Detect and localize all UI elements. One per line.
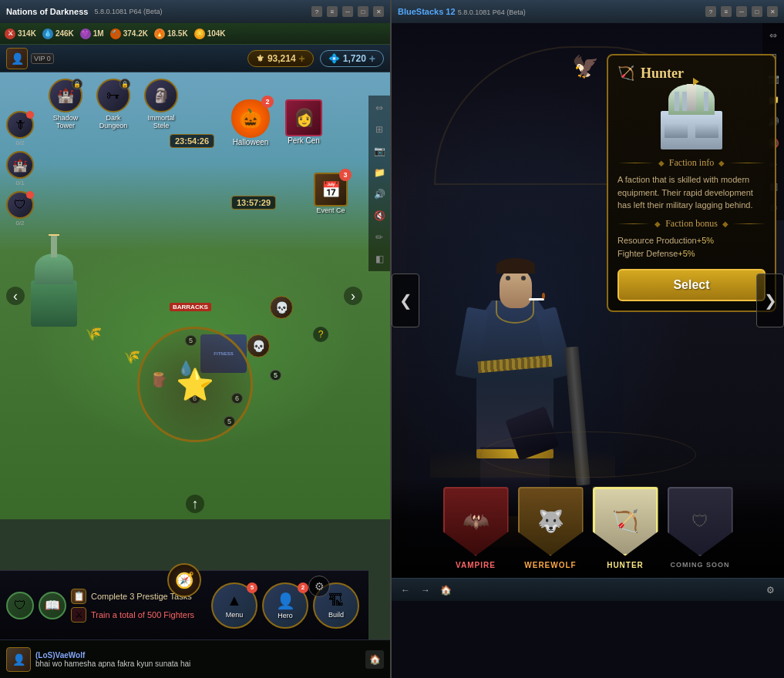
build-btn-icon: 🏗 — [328, 592, 344, 609]
faction-building-art — [661, 92, 722, 149]
right-help-icon[interactable]: ? — [705, 6, 716, 17]
left-menu-icon[interactable]: ≡ — [327, 6, 338, 17]
hunter-shield-icon: 🏹 — [612, 509, 639, 534]
dark-dungeon-icon[interactable]: 🗝 🔒 Dark Dungeon — [94, 79, 133, 129]
right-close-icon[interactable]: ✕ — [767, 6, 778, 17]
right-top-bar: BlueStacks 12 5.8.0.1081 P64 (Beta) ? ≡ … — [392, 0, 784, 23]
tool-arrows-icon[interactable]: ⇔ — [370, 99, 389, 117]
map-nav-down[interactable]: ↑ — [186, 495, 204, 513]
left-close-icon[interactable]: ✕ — [373, 6, 384, 17]
bonus-2-value: +5% — [678, 249, 695, 258]
hunter-shield-label: HUNTER — [607, 561, 644, 569]
tool-layer-icon[interactable]: ◧ — [370, 250, 389, 268]
tool-mute-icon[interactable]: 🔇 — [370, 206, 389, 225]
book-nav-icon[interactable]: 📖 — [39, 592, 66, 619]
tool-layout-icon[interactable]: ⊞ — [370, 120, 389, 139]
home-icon-left[interactable]: 🏠 — [365, 650, 384, 669]
map-nav-right[interactable]: › — [344, 287, 362, 305]
sword-icon: ⚔ — [5, 29, 15, 39]
diamond-plus-icon[interactable]: + — [369, 52, 375, 65]
compass[interactable]: 🧭 — [167, 563, 201, 597]
right-maximize-icon[interactable]: □ — [752, 6, 762, 17]
resources-bar: ⚔ 314K 💧 246K 💜 1M 🔨 374.2K 🔥 18.5K 🪙 10… — [0, 23, 390, 45]
bonus-1-label: Resource Production — [617, 236, 697, 245]
right-back-nav[interactable]: ← — [398, 582, 413, 598]
floor-shadow — [430, 447, 615, 478]
left-window: Nations of Darkness 5.8.0.1081 P64 (Beta… — [0, 0, 392, 678]
select-faction-button[interactable]: Select — [617, 269, 765, 301]
side-icon-1[interactable]: 🗡 0/2 — [6, 111, 34, 146]
side-counter-2: 0/1 — [15, 180, 24, 186]
event-center-badge: 3 — [339, 169, 352, 181]
right-home-nav[interactable]: 🏠 — [438, 582, 453, 598]
quest-text-2: Train a total of 500 Fighters — [91, 610, 194, 619]
side-icon-2[interactable]: 🏰 0/1 — [6, 151, 34, 186]
hero-button[interactable]: 👤 Hero 2 — [262, 582, 308, 629]
faction-building-image — [617, 89, 765, 151]
church-main — [31, 280, 77, 327]
event-center[interactable]: 📅 3 Event Ce — [314, 173, 348, 214]
menu-btn-icon: ▲ — [227, 592, 242, 609]
quest-icon-1: 📋 — [71, 589, 86, 604]
settings-button-left[interactable]: ⚙ — [308, 576, 330, 597]
halloween-label: Halloween — [233, 138, 269, 146]
map-timer-1: 23:54:26 — [170, 134, 214, 148]
tool-pencil-icon[interactable]: ✏ — [370, 228, 389, 247]
faction-bonus-header: Faction bonus — [665, 218, 718, 230]
enemy-unit-2: 💀 — [270, 296, 293, 319]
perk-center-event[interactable]: 👩 Perk Cen — [285, 99, 322, 145]
info-divider: ◆ Faction info ◆ — [617, 157, 765, 169]
immortal-stele-icon[interactable]: 🗿 Immortal Stele — [142, 79, 180, 129]
shadow-tower-icon[interactable]: 🏰 🔒 Shadow Tower — [46, 79, 85, 129]
char-chain — [496, 300, 534, 324]
church-building — [23, 250, 85, 327]
right-settings-btn[interactable]: ⚙ — [762, 582, 778, 598]
map-nav-left[interactable]: ‹ — [6, 287, 25, 305]
right-forward-nav[interactable]: → — [418, 582, 433, 598]
shadow-tower-label: Shadow Tower — [46, 114, 85, 129]
faction-title: Hunter — [641, 65, 684, 82]
gold-currency[interactable]: ⚜ 93,214 + — [247, 50, 314, 67]
right-arrows-icon[interactable]: ⇔ — [764, 26, 782, 45]
select-btn-label: Select — [673, 278, 709, 292]
side-icon-3[interactable]: 🛡 0/2 — [6, 191, 34, 227]
hero-btn-badge: 2 — [298, 582, 308, 593]
resource-fire: 🔥 18.5K — [154, 29, 188, 39]
wheat-resource-1[interactable]: 🌾 — [85, 325, 102, 342]
right-minimize-icon[interactable]: ─ — [736, 6, 747, 17]
tool-volume-icon[interactable]: 🔊 — [370, 185, 389, 203]
faction-nav-right[interactable]: ❯ — [756, 274, 784, 327]
divider-line-right — [729, 163, 765, 163]
left-help-icon[interactable]: ? — [311, 6, 322, 17]
werewolf-shield-label: WEREWOLF — [524, 561, 576, 569]
diamond-currency[interactable]: 💠 1,720 + — [320, 50, 384, 67]
action-btns-row: ▲ Menu 5 👤 Hero 2 🏗 Build — [211, 582, 359, 629]
water-icon: 💧 — [42, 29, 53, 39]
perk-center-icon: 👩 — [285, 99, 322, 136]
hunter-shield[interactable]: 🏹 HUNTER — [593, 487, 658, 569]
faction-bonus-text: Resource Production+5% Fighter Defense+5… — [617, 234, 765, 261]
game-map[interactable]: 🏰 🔒 Shadow Tower 🗝 🔒 Dark Dungeon 🗿 Immo… — [0, 72, 390, 519]
shield-nav-icon[interactable]: 🛡 — [6, 592, 34, 619]
left-minimize-icon[interactable]: ─ — [342, 6, 353, 17]
werewolf-shield[interactable]: 🐺 WEREWOLF — [518, 487, 584, 569]
vampire-shield[interactable]: 🦇 VAMPIRE — [443, 487, 509, 569]
left-top-bar: Nations of Darkness 5.8.0.1081 P64 (Beta… — [0, 0, 390, 23]
resource-gem: 💜 1M — [80, 29, 104, 39]
tool-camera-icon[interactable]: 📷 — [370, 142, 389, 160]
faction-nav-left[interactable]: ❮ — [392, 274, 419, 327]
right-menu-icon[interactable]: ≡ — [721, 6, 732, 17]
menu-button[interactable]: ▲ Menu 5 — [211, 582, 257, 629]
vampire-shield-shape: 🦇 — [443, 487, 509, 556]
coming-soon-label: Coming soon — [670, 561, 729, 569]
gold-plus-icon[interactable]: + — [299, 52, 305, 65]
left-maximize-icon[interactable]: □ — [358, 6, 368, 17]
tool-folder-icon[interactable]: 📁 — [370, 163, 389, 182]
bluestacks-logo: BlueStacks 12 5.8.0.1081 P64 (Beta) — [398, 7, 526, 16]
bonus-divider-line-left — [617, 223, 650, 224]
coming-soon-shield-shape: 🛡 — [668, 487, 733, 556]
halloween-event[interactable]: 🎃 2 Halloween — [231, 99, 270, 146]
shadow-tower-lock: 🔒 — [72, 79, 82, 89]
question-event[interactable]: ? — [313, 327, 328, 342]
player-avatar[interactable]: 👤 — [6, 48, 28, 69]
